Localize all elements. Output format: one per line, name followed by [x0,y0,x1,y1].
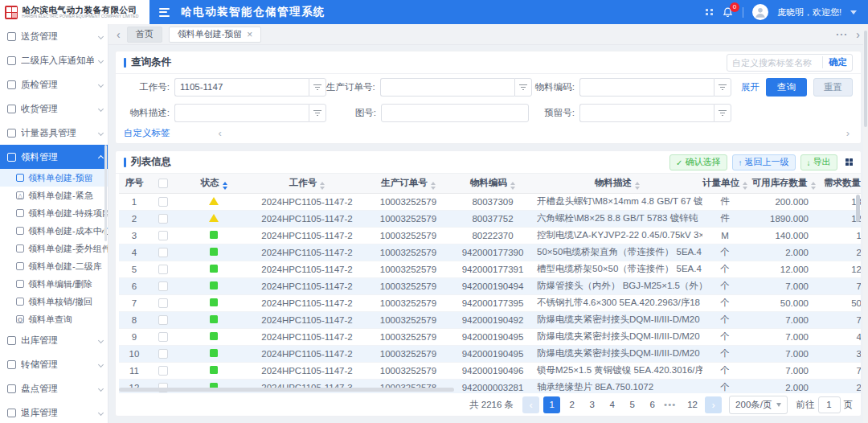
sidebar-item[interactable]: 领料管理 [0,145,108,169]
row-checkbox[interactable] [158,332,168,342]
table-row[interactable]: 62024HPC1105-1147-2100032525799420001904… [119,277,861,294]
sort-icon[interactable] [431,182,436,190]
sort-icon[interactable] [510,182,515,190]
custom-tag-input[interactable] [732,58,819,68]
tab-forward-icon[interactable] [856,29,860,40]
page-scrollbar[interactable] [863,24,868,423]
table-row[interactable]: 82024HPC1105-1147-2100032525799420001904… [119,311,861,328]
tags-scroll-left-icon[interactable] [219,128,222,138]
search-button[interactable]: 查询 [766,78,807,97]
select-all-header[interactable] [149,174,177,193]
column-header[interactable]: 可用库存数量 [747,174,820,193]
table-row[interactable]: 12024HPC1105-1147-21000325257980037309开槽… [119,193,861,210]
reset-button[interactable]: 重置 [813,78,853,97]
menu-collapse-icon[interactable] [159,8,170,17]
filter-icon[interactable] [309,104,326,122]
tab-more-icon[interactable] [836,29,848,40]
sidebar-sub-item[interactable]: 领料单创建-特殊项目 [0,204,108,222]
confirm-select-button[interactable]: 确认选择 [669,154,727,170]
sidebar-item[interactable]: 盘点管理 [0,376,108,400]
tab-requisition-create-reserve[interactable]: 领料单创建-预留 [169,27,262,43]
sidebar-sub-item[interactable]: 领料单编辑/删除 [0,275,108,293]
pagination-page[interactable]: 5 [624,396,641,413]
table-row[interactable]: 92024HPC1105-1147-2100032525799420001904… [119,328,861,345]
row-checkbox[interactable] [158,366,168,376]
tab-home[interactable]: 首页 [127,27,162,43]
sort-icon[interactable] [811,182,816,190]
sidebar-sub-item[interactable]: 领料单创建-二级库 [0,257,108,275]
material-code-input[interactable] [579,78,714,97]
pagination-page[interactable]: 3 [583,396,600,413]
sidebar-item[interactable]: 出库管理 [0,328,108,352]
sort-icon[interactable] [743,182,747,190]
expand-link[interactable]: 展开 [741,81,760,93]
export-button[interactable]: 导出 [800,154,837,170]
work-no-input[interactable] [174,78,309,97]
tag-confirm-button[interactable]: 确定 [822,56,847,68]
row-checkbox[interactable] [158,231,168,240]
pagination-page[interactable]: 6 [644,396,661,413]
sidebar-scrollbar[interactable] [104,145,107,241]
row-checkbox[interactable] [158,315,168,325]
sidebar-sub-item[interactable]: Q领料单查询 [0,310,108,328]
drawing-no-input[interactable] [381,104,529,122]
column-header[interactable]: 物料编码 [453,174,532,193]
column-header[interactable]: 物料描述 [532,174,702,193]
sort-icon[interactable] [223,182,227,190]
column-header[interactable]: 工作号 [251,174,363,193]
back-up-level-button[interactable]: 返回上一级 [732,154,796,170]
sidebar-sub-item[interactable]: 领料单创建-预留 [0,169,108,187]
filter-icon[interactable] [714,78,731,97]
sidebar-item[interactable]: 送货管理 [0,24,108,48]
sidebar-sub-item[interactable]: 领料单核销/撤回 [0,293,108,310]
pagination-next-button[interactable] [705,396,722,413]
chevron-down-icon[interactable] [850,10,857,14]
column-settings-icon[interactable] [845,158,854,166]
tags-scroll-right-icon[interactable] [846,128,850,138]
custom-tag-link[interactable]: 自定义标签 [124,127,170,139]
pagination-page[interactable]: 1 [543,396,560,413]
filter-icon[interactable] [309,78,326,97]
table-row[interactable]: 102024HPC1105-1147-210003252579942000190… [119,345,861,362]
sort-icon[interactable] [635,182,640,190]
sidebar-sub-item[interactable]: 领料单创建-成本中心 [0,222,108,240]
table-row[interactable]: 22024HPC1105-1147-21000325257980037752六角… [119,210,861,227]
sidebar-sub-item[interactable]: 领料单创建-委外组件 [0,240,108,257]
material-desc-input[interactable] [174,104,309,122]
table-vertical-scrollbar[interactable] [856,195,860,222]
row-checkbox[interactable] [158,197,168,207]
row-checkbox[interactable] [158,281,168,291]
fullscreen-icon[interactable] [706,9,713,16]
pagination-prev-button[interactable] [522,396,539,413]
sort-icon[interactable] [320,182,325,190]
row-checkbox[interactable] [158,214,168,224]
column-header[interactable]: 生产订单号 [363,174,453,193]
sidebar-item[interactable]: 转储管理 [0,352,108,376]
sidebar-item[interactable]: 二级库入库通知单 [0,48,108,72]
sidebar-item[interactable]: 收货管理 [0,97,108,121]
sidebar-item[interactable]: 退库管理 [0,400,108,423]
table-horizontal-scrollbar[interactable] [119,388,454,392]
production-order-input[interactable] [380,78,514,97]
row-checkbox[interactable] [158,298,168,308]
row-checkbox[interactable] [158,349,168,359]
select-all-checkbox[interactable] [158,179,168,188]
table-row[interactable]: 112024HPC1105-1147-210003252579942000190… [119,362,861,379]
table-row[interactable]: 32024HPC1105-1147-21000325257980222370控制… [119,227,861,244]
avatar[interactable] [752,4,768,20]
sidebar-sub-item[interactable]: △领料单创建-紧急 [0,187,108,204]
reserve-no-input[interactable] [579,104,714,122]
row-checkbox[interactable] [158,265,168,274]
sidebar-item[interactable]: 质检管理 [0,72,108,97]
close-icon[interactable] [247,29,252,40]
row-checkbox[interactable] [158,248,168,257]
filter-icon[interactable] [714,104,731,122]
goto-page-input[interactable] [818,396,841,413]
table-row[interactable]: 72024HPC1105-1147-2100032525799420001773… [119,294,861,311]
notification-bell-icon[interactable]: 0 [722,6,734,18]
pagination-page[interactable]: 2 [563,396,580,413]
table-row[interactable]: 42024HPC1105-1147-2100032525799420001773… [119,244,861,261]
column-header[interactable]: 状态 [177,174,251,193]
table-row[interactable]: 52024HPC1105-1147-2100032525799420001773… [119,261,861,277]
tab-back-icon[interactable] [117,29,121,40]
